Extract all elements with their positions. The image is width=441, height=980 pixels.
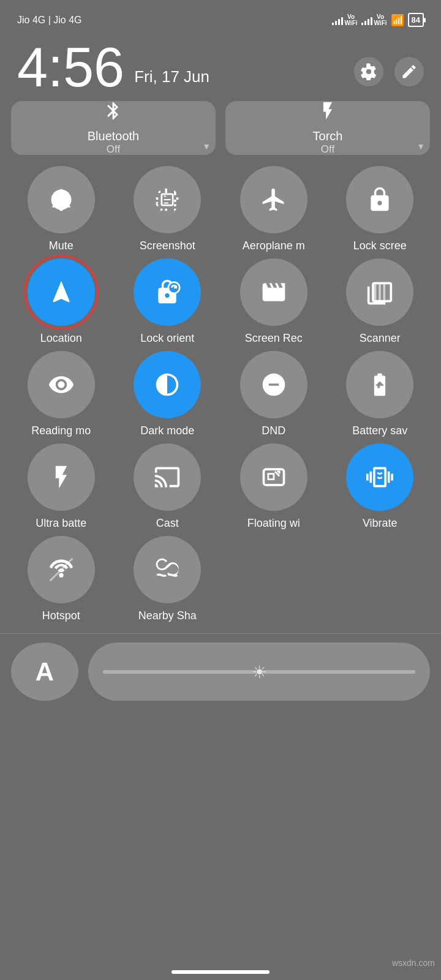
- batterysaver-label: Battery sav: [352, 424, 407, 437]
- location-icon: [48, 279, 75, 306]
- lockorient-circle: [134, 258, 201, 326]
- signal-bars-1: [332, 15, 343, 25]
- screenrec-circle: [240, 258, 307, 326]
- lockorient-icon: [154, 279, 181, 306]
- date-display: Fri, 17 Jun: [134, 67, 209, 86]
- vibrate-tile[interactable]: Vibrate: [330, 443, 431, 530]
- torch-status: Off: [313, 143, 343, 156]
- screenrec-icon: [260, 279, 287, 306]
- font-size-button[interactable]: A: [11, 643, 78, 701]
- torch-tile[interactable]: Torch Off ▼: [225, 101, 430, 155]
- settings-svg-icon: [360, 63, 377, 80]
- dnd-label: DND: [262, 424, 285, 437]
- dnd-icon: [260, 371, 287, 398]
- screenrec-tile[interactable]: Screen Rec: [224, 258, 324, 345]
- ultrabattery-icon: [48, 464, 75, 491]
- battery-indicator: 84: [408, 13, 424, 27]
- lockscreen-label: Lock scree: [353, 239, 407, 252]
- dnd-tile[interactable]: DND: [224, 351, 324, 437]
- location-label: Location: [40, 332, 82, 345]
- mute-tile[interactable]: Mute: [11, 166, 111, 252]
- divider: [0, 633, 441, 634]
- bottom-controls: A ☀: [0, 643, 441, 701]
- aeroplane-circle: [240, 166, 307, 233]
- batterysaver-circle: [346, 351, 413, 418]
- edit-icon[interactable]: [394, 57, 424, 86]
- settings-icon[interactable]: [354, 57, 383, 86]
- readingmode-circle: [28, 351, 95, 418]
- nearbyshare-label: Nearby Sha: [138, 609, 197, 622]
- dnd-circle: [240, 351, 307, 418]
- lockorient-tile[interactable]: Lock orient: [118, 258, 218, 345]
- bluetooth-title: Bluetooth: [88, 129, 140, 143]
- font-size-label: A: [36, 657, 54, 687]
- scanner-label: Scanner: [360, 332, 401, 345]
- tiles-row-1: Mute Screenshot Aeroplane m Lock scree: [0, 166, 441, 252]
- nearbyshare-circle: [134, 536, 201, 603]
- hotspot-label: Hotspot: [42, 609, 80, 622]
- brightness-sun-icon: ☀: [252, 662, 267, 682]
- aeroplane-label: Aeroplane m: [243, 239, 305, 252]
- wifi-icon: 📶: [391, 13, 404, 27]
- brightness-control[interactable]: ☀: [88, 643, 430, 701]
- cast-icon: [154, 464, 181, 491]
- location-circle: [28, 258, 95, 326]
- edit-svg-icon: [401, 63, 418, 80]
- readingmode-tile[interactable]: Reading mo: [11, 351, 111, 437]
- tiles-row-3: Reading mo Dark mode DND Battery sav: [0, 351, 441, 437]
- vo-wifi-1: VoWiFi: [345, 14, 358, 26]
- bell-icon: [48, 186, 75, 213]
- scanner-tile[interactable]: Scanner: [330, 258, 431, 345]
- time-display: 4:56: [17, 40, 124, 95]
- vo-wifi-2: VoWiFi: [374, 14, 387, 26]
- torch-title: Torch: [313, 129, 343, 143]
- nearbyshare-tile[interactable]: Nearby Sha: [118, 536, 218, 622]
- floatingwindow-label: Floating wi: [247, 517, 300, 530]
- hotspot-tile[interactable]: Hotspot: [11, 536, 111, 622]
- mute-circle: [28, 166, 95, 233]
- watermark: wsxdn.com: [392, 958, 435, 968]
- darkmode-tile[interactable]: Dark mode: [118, 351, 218, 437]
- batterysaver-icon: [366, 371, 393, 398]
- carrier-label: Jio 4G | Jio 4G: [17, 15, 82, 26]
- darkmode-label: Dark mode: [140, 424, 194, 437]
- tiles-row-4: Ultra batte Cast Floating wi: [0, 443, 441, 530]
- darkmode-circle: [134, 351, 201, 418]
- location-tile[interactable]: Location: [11, 258, 111, 345]
- brightness-track: ☀: [103, 670, 415, 674]
- tiles-row-5: Hotspot Nearby Sha: [0, 536, 441, 622]
- batterysaver-tile[interactable]: Battery sav: [330, 351, 431, 437]
- aeroplane-tile[interactable]: Aeroplane m: [224, 166, 324, 252]
- screenrec-label: Screen Rec: [245, 332, 303, 345]
- floatingwindow-circle: [240, 443, 307, 511]
- cast-tile[interactable]: Cast: [118, 443, 218, 530]
- floatingwindow-icon: [260, 464, 287, 491]
- lockscreen-icon: [366, 186, 393, 213]
- floatingwindow-tile[interactable]: Floating wi: [224, 443, 324, 530]
- scanner-circle: [346, 258, 413, 326]
- aeroplane-icon: [260, 186, 287, 213]
- ultrabattery-label: Ultra batte: [36, 517, 86, 530]
- bluetooth-tile[interactable]: Bluetooth Off ▼: [11, 101, 216, 155]
- readingmode-icon: [48, 371, 75, 398]
- screenshot-circle: [134, 166, 201, 233]
- screenshot-icon: [154, 186, 181, 213]
- ultrabattery-tile[interactable]: Ultra batte: [11, 443, 111, 530]
- cast-label: Cast: [156, 517, 179, 530]
- lockscreen-tile[interactable]: Lock scree: [330, 166, 431, 252]
- cast-circle: [134, 443, 201, 511]
- nearbyshare-icon: [154, 556, 181, 583]
- status-icons: VoWiFi VoWiFi 📶 84: [332, 13, 424, 27]
- lockorient-label: Lock orient: [140, 332, 194, 345]
- signal-group-2: VoWiFi: [361, 14, 387, 26]
- signal-bars-2: [361, 15, 372, 25]
- vibrate-circle: [346, 443, 413, 511]
- scanner-icon: [366, 279, 393, 306]
- mute-label: Mute: [49, 239, 74, 252]
- time-section: 4:56 Fri, 17 Jun: [0, 34, 441, 101]
- nav-bar: [172, 970, 270, 974]
- screenshot-tile[interactable]: Screenshot: [118, 166, 218, 252]
- lockscreen-circle: [346, 166, 413, 233]
- bluetooth-corner-icon: ▼: [202, 141, 211, 151]
- vibrate-icon: [366, 464, 393, 491]
